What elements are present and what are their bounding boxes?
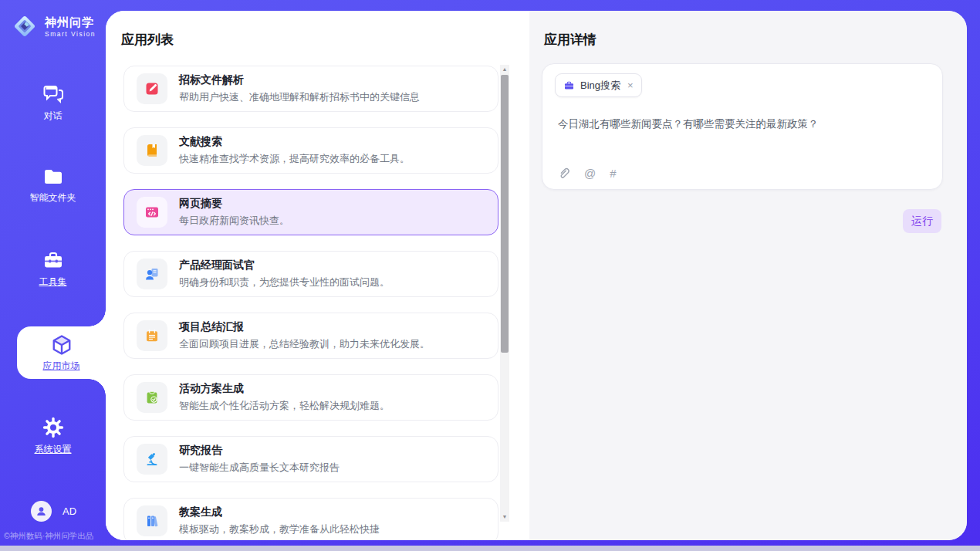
tool-chip-label: Bing搜索 (580, 79, 620, 93)
app-desc: 每日政府新闻资讯快查。 (179, 214, 289, 228)
interviewer-icon (137, 259, 167, 289)
main-content: 应用列表 招标文件解析 帮助用户快速、准确地理解和解析招标书中的关键信息 (106, 11, 967, 540)
app-card-webpage-summary[interactable]: 网页摘要 每日政府新闻资讯快查。 (123, 189, 498, 235)
app-name: 网页摘要 (179, 197, 289, 211)
sidebar-item-chat[interactable]: 对话 (0, 83, 106, 123)
pen-square-icon (137, 73, 167, 104)
app-name: 文献搜索 (179, 135, 410, 149)
sidebar-item-system-settings[interactable]: 系统设置 (0, 417, 106, 456)
app-name: 活动方案生成 (179, 382, 390, 396)
app-list-panel: 应用列表 招标文件解析 帮助用户快速、准确地理解和解析招标书中的关键信息 (106, 11, 529, 540)
app-desc: 明确身份和职责，为您提供专业性的面试问题。 (179, 276, 390, 289)
bottom-edge-strip (0, 546, 980, 551)
toolbox-icon (0, 250, 106, 271)
book-icon (137, 135, 167, 166)
copyright-text: ©神州数码·神州问学出品 (4, 531, 106, 542)
mention-icon[interactable]: @ (584, 167, 596, 180)
user-name: AD (63, 505, 76, 517)
avatar (31, 501, 52, 522)
app-desc: 智能生成个性化活动方案，轻松解决规划难题。 (179, 399, 390, 413)
briefcase-icon (563, 80, 575, 91)
run-button[interactable]: 运行 (903, 209, 941, 233)
scrollbar-up-arrow-icon[interactable]: ▲ (500, 65, 509, 74)
scrollbar-thumb[interactable] (501, 75, 509, 353)
list-scrollbar[interactable]: ▲ ▼ (500, 65, 509, 522)
brand-name: 神州问学 (45, 15, 96, 30)
chat-icon (0, 83, 106, 105)
cube-icon (17, 333, 106, 357)
user-account[interactable]: AD (31, 501, 76, 522)
app-detail-title: 应用详情 (544, 31, 596, 49)
brand-subtitle: Smart Vision (45, 30, 96, 38)
folder-icon (0, 167, 106, 187)
microscope-icon (137, 444, 167, 475)
app-name: 研究报告 (179, 444, 340, 458)
sidebar-item-toolset[interactable]: 工具集 (0, 250, 106, 289)
sidebar-item-label: 工具集 (0, 276, 106, 289)
prompt-card: Bing搜索 × 今日湖北有哪些新闻要点？有哪些需要关注的最新政策？ @ # (542, 63, 943, 190)
calendar-note-icon (137, 320, 167, 351)
app-desc: 模板驱动，教案秒成，教学准备从此轻松快捷 (179, 522, 380, 536)
books-icon (137, 505, 167, 536)
app-card-bid-analysis[interactable]: 招标文件解析 帮助用户快速、准确地理解和解析招标书中的关键信息 (123, 66, 498, 112)
app-card-literature-search[interactable]: 文献搜索 快速精准查找学术资源，提高研究效率的必备工具。 (123, 127, 498, 174)
clipboard-check-icon (137, 382, 167, 413)
app-desc: 帮助用户快速、准确地理解和解析招标书中的关键信息 (179, 90, 420, 104)
sidebar-item-label: 系统设置 (0, 443, 106, 456)
app-name: 招标文件解析 (179, 73, 420, 87)
app-desc: 一键智能生成高质量长文本研究报告 (179, 461, 340, 475)
app-list-title: 应用列表 (121, 31, 174, 49)
brand-logo: 神州问学 Smart Vision (11, 12, 96, 40)
topic-hash-icon[interactable]: # (610, 167, 616, 180)
scrollbar-down-arrow-icon[interactable]: ▼ (500, 512, 509, 522)
app-detail-panel: 应用详情 Bing搜索 × 今日湖北有哪些新闻要点？有哪些需要关注的最新政策？ (529, 11, 967, 540)
app-name: 项目总结汇报 (179, 320, 430, 334)
app-name: 教案生成 (179, 505, 380, 519)
app-card-lesson-plan[interactable]: 教案生成 模板驱动，教案秒成，教学准备从此轻松快捷 (123, 498, 498, 540)
sidebar-item-smart-folder[interactable]: 智能文件夹 (0, 167, 106, 205)
app-name: 产品经理面试官 (179, 259, 390, 272)
app-desc: 全面回顾项目进展，总结经验教训，助力未来优化发展。 (179, 337, 430, 351)
app-card-event-plan[interactable]: 活动方案生成 智能生成个性化活动方案，轻松解决规划难题。 (123, 374, 498, 421)
prompt-actions: @ # (558, 167, 617, 180)
sidebar-item-app-market[interactable]: 应用市场 (17, 326, 106, 379)
sidebar: 神州问学 Smart Vision 对话 智能文件夹 (0, 0, 106, 546)
app-card-project-summary[interactable]: 项目总结汇报 全面回顾项目进展，总结经验教训，助力未来优化发展。 (123, 313, 498, 359)
app-list: 招标文件解析 帮助用户快速、准确地理解和解析招标书中的关键信息 文献搜索 快速精… (123, 66, 498, 540)
tool-chip-bing-search[interactable]: Bing搜索 × (555, 73, 642, 97)
app-card-pm-interviewer[interactable]: 产品经理面试官 明确身份和职责，为您提供专业性的面试问题。 (123, 251, 498, 297)
browser-code-icon (137, 197, 167, 228)
sidebar-item-label: 对话 (0, 110, 106, 123)
paperclip-icon[interactable] (558, 167, 570, 180)
prompt-text-input[interactable]: 今日湖北有哪些新闻要点？有哪些需要关注的最新政策？ (558, 117, 928, 132)
app-card-research-report[interactable]: 研究报告 一键智能生成高质量长文本研究报告 (123, 436, 498, 482)
gear-icon (0, 417, 106, 438)
sidebar-item-label: 智能文件夹 (0, 191, 106, 205)
app-desc: 快速精准查找学术资源，提高研究效率的必备工具。 (179, 152, 410, 166)
sidebar-item-label: 应用市场 (17, 360, 106, 373)
close-icon[interactable]: × (627, 79, 634, 91)
diamond-logo-icon (11, 12, 39, 40)
